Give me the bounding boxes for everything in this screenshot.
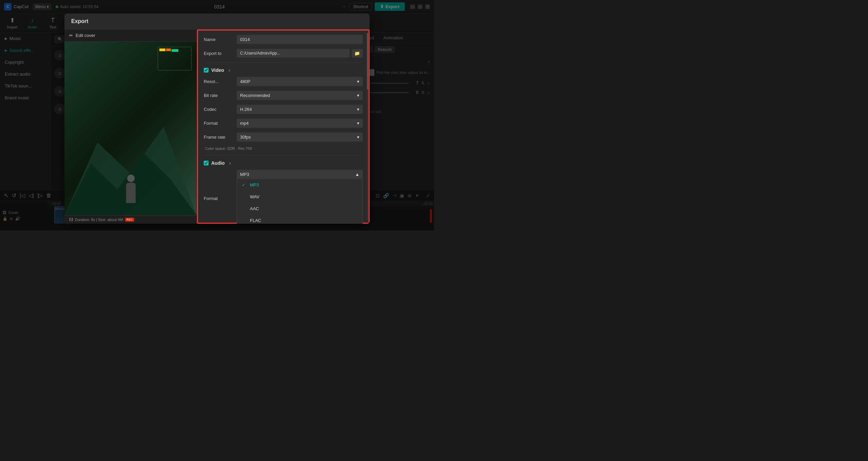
figure-body [126, 183, 136, 203]
scrollbar-track[interactable] [367, 32, 368, 221]
preview-image [64, 42, 197, 215]
video-enabled-checkbox[interactable] [204, 68, 209, 73]
framerate-label: Frame rate [204, 135, 233, 140]
audio-format-option-flac[interactable]: FLAC [237, 215, 362, 224]
chevron-up-icon: ▲ [355, 172, 359, 177]
browse-folder-button[interactable]: 📁 [352, 49, 363, 58]
divider [204, 62, 363, 63]
ui-overlay-frame [158, 47, 192, 71]
figure-head [127, 175, 135, 182]
color-space-note: Color space: SDR · Rec.709 [205, 146, 363, 151]
audio-enabled-checkbox[interactable] [204, 161, 209, 165]
bitrate-label: Bit rate [204, 93, 233, 98]
audio-format-dropdown-button[interactable]: MP3 ▲ [237, 170, 363, 179]
dialog-title: Export [64, 14, 370, 29]
ui-element [166, 48, 171, 51]
film-icon: 🎞 [69, 218, 73, 222]
framerate-select[interactable]: 30fps ▾ [237, 133, 363, 142]
audio-format-row: Format MP3 ▲ ✓ MP3 [204, 170, 363, 224]
video-section-arrow: ∧ [228, 68, 231, 72]
edit-cover-bar[interactable]: ✏ Edit cover [64, 29, 197, 42]
codec-select[interactable]: H.264 ▾ [237, 105, 363, 114]
codec-row: Codec H.264 ▾ [204, 105, 363, 114]
export-to-label: Export to [204, 51, 233, 56]
format-row: Format mp4 ▾ [204, 119, 363, 128]
resolution-label: Resol... [204, 79, 233, 84]
name-row: Name 0314 [204, 35, 363, 44]
format-label: Format [204, 121, 233, 126]
resolution-row: Resol... 480P ▾ [204, 77, 363, 86]
export-path-input[interactable]: C:/Users/Admin/App... [237, 49, 350, 58]
audio-format-label: Format [204, 196, 233, 201]
check-icon: ✓ [242, 183, 246, 187]
export-dialog-overlay: Export ✏ Edit cover [0, 0, 434, 230]
audio-section-header: Audio ∧ [204, 160, 363, 166]
export-to-row: Export to C:/Users/Admin/App... 📁 [204, 49, 363, 58]
edit-cover-label: Edit cover [76, 33, 95, 38]
chevron-down-icon: ▾ [357, 107, 359, 112]
codec-label: Codec [204, 107, 233, 112]
audio-format-dropdown-list: ✓ MP3 WAV AAC [237, 179, 363, 224]
dialog-body: ✏ Edit cover [64, 29, 370, 224]
ui-element [159, 48, 165, 51]
name-input[interactable]: 0314 [237, 35, 363, 44]
resolution-select[interactable]: 480P ▾ [237, 77, 363, 86]
chevron-down-icon: ▾ [357, 121, 359, 126]
rec-badge: REC [125, 218, 134, 222]
framerate-row: Frame rate 30fps ▾ [204, 133, 363, 142]
ui-element [172, 49, 178, 52]
name-label: Name [204, 37, 233, 42]
bitrate-select[interactable]: Recommended ▾ [237, 91, 363, 100]
format-select[interactable]: mp4 ▾ [237, 119, 363, 128]
dialog-preview: ✏ Edit cover [64, 29, 197, 224]
audio-section-arrow: ∧ [229, 161, 231, 165]
audio-section-title: Audio [211, 160, 225, 166]
bitrate-row: Bit rate Recommended ▾ [204, 91, 363, 100]
export-dialog: Export ✏ Edit cover [64, 14, 370, 224]
video-section-title: Video [211, 67, 224, 73]
video-section-header: Video ∧ [204, 67, 363, 73]
chevron-down-icon: ▾ [357, 79, 359, 84]
audio-format-option-wav[interactable]: WAV [237, 191, 362, 203]
audio-format-option-mp3[interactable]: ✓ MP3 [237, 179, 362, 191]
scrollbar-thumb[interactable] [367, 33, 368, 89]
divider-2 [204, 155, 363, 156]
chevron-down-icon: ▾ [357, 135, 359, 140]
audio-format-option-aac[interactable]: AAC [237, 203, 362, 215]
edit-icon: ✏ [69, 33, 73, 38]
duration-text: Duration: 8s | Size: about 4M [75, 218, 123, 222]
dialog-settings: Name 0314 Export to C:/Users/Admin/App..… [197, 29, 370, 224]
audio-format-value: MP3 [240, 172, 249, 177]
preview-info-bar: 🎞 Duration: 8s | Size: about 4M REC [64, 215, 197, 224]
figure [124, 175, 138, 205]
chevron-down-icon: ▾ [357, 93, 359, 98]
